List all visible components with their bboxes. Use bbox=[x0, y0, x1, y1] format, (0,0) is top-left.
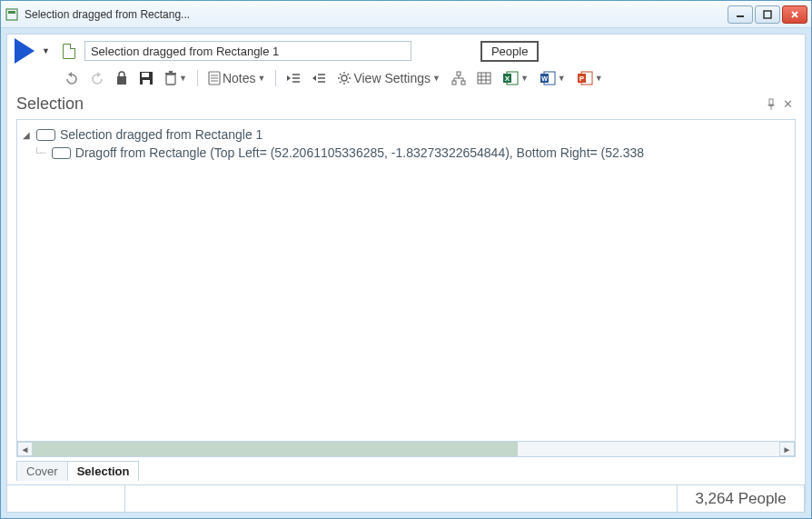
status-cell-left bbox=[7, 485, 125, 512]
run-dropdown[interactable]: ▼ bbox=[42, 46, 50, 55]
svg-rect-10 bbox=[166, 75, 175, 85]
word-export-button[interactable]: W▼ bbox=[537, 69, 569, 87]
document-icon bbox=[63, 44, 75, 59]
scroll-thumb[interactable] bbox=[33, 442, 518, 456]
tab-cover[interactable]: Cover bbox=[16, 461, 68, 481]
toolbar-bottom: ▼ Notes▼ View Settings▼ X▼ W▼ P▼ bbox=[7, 67, 805, 93]
svg-text:P: P bbox=[579, 75, 585, 83]
outdent-button[interactable] bbox=[283, 70, 303, 86]
svg-rect-0 bbox=[6, 9, 17, 20]
svg-line-30 bbox=[340, 82, 342, 84]
svg-rect-32 bbox=[457, 72, 460, 75]
status-count: 3,264 People bbox=[678, 485, 805, 512]
separator bbox=[197, 70, 198, 86]
delete-button[interactable]: ▼ bbox=[162, 69, 190, 87]
svg-rect-2 bbox=[737, 15, 744, 17]
tree-root-row[interactable]: ◢ Selection dragged from Rectangle 1 bbox=[21, 125, 791, 144]
undo-button[interactable] bbox=[62, 70, 82, 86]
people-button[interactable]: People bbox=[480, 41, 539, 62]
tree-panel: ◢ Selection dragged from Rectangle 1 └┄ … bbox=[16, 119, 796, 457]
notes-label: Notes bbox=[223, 71, 256, 85]
titlebar: Selection dragged from Rectang... bbox=[1, 1, 811, 28]
svg-text:W: W bbox=[541, 75, 548, 82]
section-title: Selection bbox=[16, 95, 763, 114]
view-settings-label: View Settings bbox=[353, 71, 431, 85]
close-section-button[interactable]: ✕ bbox=[779, 96, 796, 113]
close-button[interactable] bbox=[782, 5, 807, 24]
minimize-button[interactable] bbox=[728, 5, 753, 24]
svg-line-28 bbox=[340, 74, 342, 75]
redo-button[interactable] bbox=[87, 70, 107, 86]
svg-rect-49 bbox=[769, 99, 773, 105]
svg-rect-35 bbox=[478, 73, 490, 84]
grid-icon[interactable] bbox=[474, 70, 494, 86]
excel-export-button[interactable]: X▼ bbox=[500, 69, 531, 87]
section-header: Selection ✕ bbox=[7, 93, 805, 115]
svg-point-23 bbox=[342, 75, 347, 81]
app-window: Selection dragged from Rectang... ▼ Peop… bbox=[0, 0, 812, 519]
svg-rect-1 bbox=[8, 11, 15, 14]
svg-rect-9 bbox=[143, 80, 150, 85]
indent-button[interactable] bbox=[309, 70, 329, 86]
scroll-left-button[interactable]: ◄ bbox=[17, 442, 33, 456]
svg-text:X: X bbox=[505, 75, 510, 83]
svg-rect-11 bbox=[165, 73, 176, 75]
tree-child-label: Dragoff from Rectangle (Top Left= (52.20… bbox=[75, 145, 644, 160]
save-button[interactable] bbox=[136, 69, 156, 87]
svg-line-29 bbox=[348, 82, 350, 84]
maximize-button[interactable] bbox=[755, 5, 780, 24]
tree-child-row[interactable]: └┄ Dragoff from Rectangle (Top Left= (52… bbox=[21, 144, 791, 162]
separator bbox=[275, 70, 276, 86]
run-button[interactable] bbox=[15, 38, 35, 64]
scroll-track[interactable] bbox=[33, 442, 779, 456]
powerpoint-export-button[interactable]: P▼ bbox=[574, 69, 606, 87]
svg-rect-6 bbox=[117, 76, 126, 85]
svg-rect-33 bbox=[452, 81, 456, 85]
app-icon bbox=[5, 7, 19, 22]
selection-name-input[interactable] bbox=[84, 41, 411, 61]
rectangle-node-icon bbox=[36, 129, 55, 141]
scroll-right-button[interactable]: ► bbox=[779, 442, 795, 456]
tree-body: ◢ Selection dragged from Rectangle 1 └┄ … bbox=[17, 120, 795, 441]
hierarchy-icon[interactable] bbox=[449, 69, 469, 87]
status-bar: 3,264 People bbox=[7, 484, 805, 512]
rectangle-node-icon bbox=[52, 147, 71, 159]
expand-icon[interactable]: ◢ bbox=[21, 130, 32, 140]
view-settings-button[interactable]: View Settings▼ bbox=[334, 69, 443, 87]
tree-connector-icon: └┄ bbox=[34, 147, 45, 159]
svg-rect-8 bbox=[142, 73, 149, 77]
toolbar-top: ▼ People bbox=[7, 35, 805, 67]
window-title: Selection dragged from Rectang... bbox=[25, 8, 728, 21]
content-pane: ▼ People ▼ Notes▼ View Settings▼ bbox=[6, 34, 806, 513]
pin-button[interactable] bbox=[763, 96, 779, 113]
svg-rect-12 bbox=[169, 71, 173, 73]
horizontal-scrollbar[interactable]: ◄ ► bbox=[17, 441, 795, 456]
window-controls bbox=[728, 5, 807, 24]
status-cell-middle bbox=[125, 485, 678, 512]
notes-button[interactable]: Notes▼ bbox=[205, 69, 269, 87]
svg-line-31 bbox=[348, 74, 350, 75]
tabs: Cover Selection bbox=[16, 461, 796, 481]
tab-selection[interactable]: Selection bbox=[67, 461, 140, 481]
tree-root-label: Selection dragged from Rectangle 1 bbox=[60, 127, 262, 142]
svg-rect-3 bbox=[764, 11, 771, 18]
lock-button[interactable] bbox=[113, 69, 131, 87]
svg-rect-34 bbox=[461, 81, 465, 85]
